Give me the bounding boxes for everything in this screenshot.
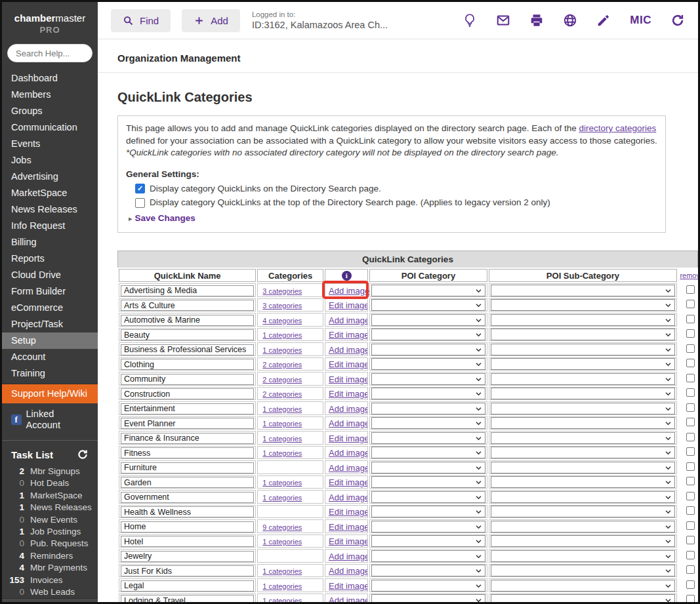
poi-category-select[interactable] xyxy=(371,447,485,458)
sidebar-item-account[interactable]: Account xyxy=(2,349,98,365)
categories-link[interactable]: 1 categories xyxy=(259,479,302,487)
remove-checkbox[interactable] xyxy=(686,521,695,530)
add-image-link[interactable]: Add image xyxy=(327,315,368,325)
add-image-link[interactable]: Add image xyxy=(327,345,368,355)
refresh-icon[interactable] xyxy=(670,13,685,28)
remove-checkbox[interactable] xyxy=(686,344,695,353)
remove-checkbox[interactable] xyxy=(686,580,695,589)
remove-checkbox[interactable] xyxy=(686,536,695,544)
sidebar-item-communication[interactable]: Communication xyxy=(2,119,98,136)
sidebar-item-events[interactable]: Events xyxy=(2,136,98,152)
poi-sub-category-select[interactable] xyxy=(491,388,676,399)
remove-checkbox[interactable] xyxy=(686,506,695,515)
remove-checkbox[interactable] xyxy=(686,388,695,397)
poi-category-select[interactable] xyxy=(371,373,485,385)
categories-link[interactable]: 1 categories xyxy=(259,597,302,602)
poi-sub-category-select[interactable] xyxy=(491,476,676,488)
poi-sub-category-select[interactable] xyxy=(491,580,676,592)
remove-all-link[interactable]: remove xyxy=(680,272,698,279)
task-item-reminders[interactable]: 4Reminders xyxy=(2,550,98,562)
poi-sub-category-select[interactable] xyxy=(491,314,676,326)
poi-sub-category-select[interactable] xyxy=(491,285,676,296)
sidebar-item-advertising[interactable]: Advertising xyxy=(2,169,98,185)
remove-checkbox[interactable] xyxy=(686,359,695,367)
remove-checkbox[interactable] xyxy=(686,447,695,456)
poi-category-select[interactable] xyxy=(371,491,485,503)
task-item-job-postings[interactable]: 1Job Postings xyxy=(2,526,98,538)
poi-category-select[interactable] xyxy=(371,535,485,547)
quicklink-name-input[interactable] xyxy=(121,315,254,326)
sidebar-item-ecommerce[interactable]: eCommerce xyxy=(2,300,98,316)
categories-link[interactable]: 1 categories xyxy=(259,567,302,575)
poi-category-select[interactable] xyxy=(371,565,485,576)
search-help-input[interactable] xyxy=(7,44,93,62)
sidebar-item-support-help-wiki[interactable]: Support Help/Wiki xyxy=(2,384,98,403)
pencil-icon[interactable] xyxy=(596,13,611,28)
remove-checkbox[interactable] xyxy=(686,595,695,602)
categories-link[interactable]: 4 categories xyxy=(259,317,302,325)
quicklink-name-input[interactable] xyxy=(121,492,254,503)
remove-checkbox[interactable] xyxy=(686,477,695,485)
poi-sub-category-select[interactable] xyxy=(491,329,676,340)
add-image-link[interactable]: Add image xyxy=(327,286,369,296)
edit-image-link[interactable]: Edit image xyxy=(327,389,368,399)
sidebar-item-project-task[interactable]: Project/Task xyxy=(2,316,98,332)
add-image-link[interactable]: Add image xyxy=(327,595,368,602)
edit-image-link[interactable]: Edit image xyxy=(327,507,368,517)
poi-category-select[interactable] xyxy=(371,594,485,602)
poi-category-select[interactable] xyxy=(371,388,485,399)
remove-checkbox[interactable] xyxy=(686,433,695,441)
sidebar-item-linked-account[interactable]: f Linked Account xyxy=(2,406,98,433)
task-item-mbr-signups[interactable]: 2Mbr Signups xyxy=(2,466,98,477)
sidebar-item-info-request[interactable]: Info Request xyxy=(2,218,98,234)
quicklink-name-input[interactable] xyxy=(121,329,254,340)
sidebar-item-marketspace[interactable]: MarketSpace xyxy=(2,185,98,201)
remove-checkbox[interactable] xyxy=(686,551,695,559)
remove-checkbox[interactable] xyxy=(686,418,695,426)
quicklink-name-input[interactable] xyxy=(121,565,254,576)
add-image-link[interactable]: Add image xyxy=(327,493,368,502)
categories-link[interactable]: 1 categories xyxy=(259,494,302,502)
task-list-refresh-icon[interactable] xyxy=(77,449,89,460)
poi-category-select[interactable] xyxy=(371,580,485,592)
quicklink-name-input[interactable] xyxy=(121,433,254,444)
globe-icon[interactable] xyxy=(563,13,577,28)
sidebar-item-dashboard[interactable]: Dashboard xyxy=(2,70,98,87)
quicklink-name-input[interactable] xyxy=(121,359,254,370)
quicklink-name-input[interactable] xyxy=(121,551,254,562)
quicklink-name-input[interactable] xyxy=(121,403,254,414)
add-button[interactable]: Add xyxy=(182,9,240,32)
task-item-invoices[interactable]: 153Invoices xyxy=(2,574,98,586)
remove-checkbox[interactable] xyxy=(686,492,695,500)
lightbulb-icon[interactable] xyxy=(463,13,477,28)
quicklink-name-input[interactable] xyxy=(121,374,254,385)
task-item-marketspace[interactable]: 1MarketSpace xyxy=(2,490,98,502)
quicklink-name-input[interactable] xyxy=(121,506,254,517)
categories-link[interactable]: 1 categories xyxy=(259,420,302,428)
edit-image-link[interactable]: Edit image xyxy=(327,330,368,340)
sidebar-item-setup[interactable]: Setup xyxy=(2,332,98,349)
task-item-pub-requests[interactable]: 0Pub. Requests xyxy=(2,538,98,550)
remove-checkbox[interactable] xyxy=(686,300,695,308)
poi-category-select[interactable] xyxy=(371,358,485,370)
sidebar-item-members[interactable]: Members xyxy=(2,87,98,103)
quicklink-name-input[interactable] xyxy=(121,580,254,592)
sidebar-item-reports[interactable]: Reports xyxy=(2,251,98,267)
categories-link[interactable]: 3 categories xyxy=(259,302,302,310)
quicklink-name-input[interactable] xyxy=(121,418,254,429)
poi-sub-category-select[interactable] xyxy=(491,506,676,517)
remove-checkbox[interactable] xyxy=(686,462,695,471)
categories-link[interactable]: 9 categories xyxy=(259,523,302,531)
save-changes-link[interactable]: Save Changes xyxy=(135,213,196,223)
quicklink-name-input[interactable] xyxy=(121,344,254,355)
quicklink-name-input[interactable] xyxy=(121,462,254,473)
task-item-new-events[interactable]: 0New Events xyxy=(2,514,98,526)
edit-image-link[interactable]: Edit image xyxy=(327,433,368,443)
add-image-link[interactable]: Add image xyxy=(327,463,368,473)
poi-category-select[interactable] xyxy=(371,462,485,473)
categories-link[interactable]: 1 categories xyxy=(259,538,302,546)
poi-sub-category-select[interactable] xyxy=(491,565,676,576)
task-item-mbr-payments[interactable]: 4Mbr Payments xyxy=(2,562,98,574)
poi-sub-category-select[interactable] xyxy=(491,594,676,602)
remove-checkbox[interactable] xyxy=(686,403,695,412)
